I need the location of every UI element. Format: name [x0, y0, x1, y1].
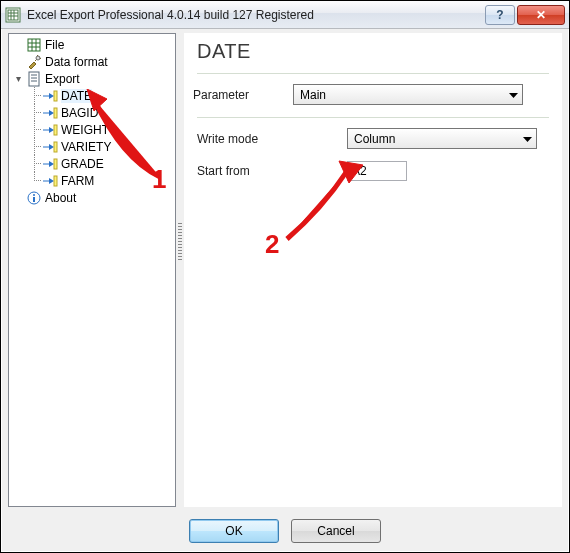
button-bar: OK Cancel: [2, 511, 568, 551]
ok-button[interactable]: OK: [189, 519, 279, 543]
tree-item-farm[interactable]: FARM: [11, 172, 175, 189]
svg-rect-10: [54, 108, 57, 118]
item-icon: [42, 156, 58, 172]
tree-item-about[interactable]: + About: [11, 189, 175, 206]
tree-item-bagid[interactable]: BAGID: [11, 104, 175, 121]
file-icon: [26, 37, 42, 53]
tree: + File + Data format ▾ Export: [9, 34, 175, 208]
item-icon: [42, 139, 58, 155]
svg-rect-17: [33, 197, 35, 202]
chevron-down-icon: [523, 132, 532, 146]
tree-label-export: Export: [45, 72, 80, 86]
write-mode-combo[interactable]: Column: [347, 128, 537, 149]
tree-item-variety[interactable]: VARIETY: [11, 138, 175, 155]
page-icon: [26, 71, 42, 87]
tree-item-export[interactable]: ▾ Export: [11, 70, 175, 87]
tree-label-bagid: BAGID: [61, 106, 98, 120]
tree-label-variety: VARIETY: [61, 140, 111, 154]
tree-pane: + File + Data format ▾ Export: [8, 33, 176, 507]
tree-item-file[interactable]: + File: [11, 36, 175, 53]
tree-label-farm: FARM: [61, 174, 94, 188]
svg-rect-9: [54, 91, 57, 101]
svg-point-7: [36, 56, 40, 60]
tree-item-weight[interactable]: WEIGHT: [11, 121, 175, 138]
window-title: Excel Export Professional 4.0.14 build 1…: [27, 8, 483, 22]
ok-label: OK: [225, 524, 242, 538]
tree-label-weight: WEIGHT: [61, 123, 109, 137]
tree-label-date: DATE: [61, 89, 92, 103]
separator: [197, 117, 549, 118]
start-from-label: Start from: [197, 164, 347, 178]
separator: [197, 73, 549, 74]
page-title: DATE: [197, 40, 549, 63]
app-icon: [5, 7, 21, 23]
item-icon: [42, 105, 58, 121]
tools-icon: [26, 54, 42, 70]
svg-rect-12: [54, 142, 57, 152]
item-icon: [42, 173, 58, 189]
close-button[interactable]: ✕: [517, 5, 565, 25]
tree-label-file: File: [45, 38, 64, 52]
cancel-button[interactable]: Cancel: [291, 519, 381, 543]
write-mode-value: Column: [354, 132, 395, 146]
svg-point-16: [33, 194, 35, 196]
close-icon: ✕: [536, 8, 546, 22]
svg-rect-14: [54, 176, 57, 186]
tree-label-data-format: Data format: [45, 55, 108, 69]
cancel-label: Cancel: [317, 524, 354, 538]
tree-label-grade: GRADE: [61, 157, 104, 171]
titlebar: Excel Export Professional 4.0.14 build 1…: [1, 1, 569, 29]
svg-rect-8: [29, 72, 39, 86]
detail-pane: DATE Parameter Main Write mode Column St…: [184, 33, 562, 507]
parameter-label: Parameter: [193, 88, 293, 102]
help-button[interactable]: ?: [485, 5, 515, 25]
client-area: + File + Data format ▾ Export: [2, 29, 568, 551]
svg-rect-13: [54, 159, 57, 169]
item-icon: [42, 88, 58, 104]
start-from-input[interactable]: [347, 161, 407, 181]
info-icon: [26, 190, 42, 206]
expander-icon[interactable]: ▾: [11, 74, 26, 84]
parameter-combo[interactable]: Main: [293, 84, 523, 105]
chevron-down-icon: [509, 88, 518, 102]
write-mode-label: Write mode: [197, 132, 347, 146]
svg-rect-6: [28, 39, 40, 51]
tree-item-grade[interactable]: GRADE: [11, 155, 175, 172]
parameter-value: Main: [300, 88, 326, 102]
splitter[interactable]: [178, 33, 182, 507]
tree-item-date[interactable]: DATE: [11, 87, 175, 104]
svg-rect-11: [54, 125, 57, 135]
tree-item-data-format[interactable]: + Data format: [11, 53, 175, 70]
help-icon: ?: [496, 8, 503, 22]
item-icon: [42, 122, 58, 138]
tree-label-about: About: [45, 191, 76, 205]
